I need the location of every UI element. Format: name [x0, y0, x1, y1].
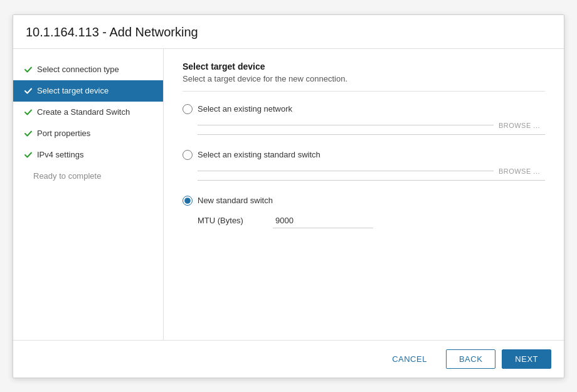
sidebar-item-step6: Ready to complete: [13, 166, 163, 187]
browse-network-container: BROWSE ...: [198, 119, 545, 135]
option-existing-switch-label: Select an existing standard switch: [198, 150, 320, 159]
sidebar-step6-label: Ready to complete: [33, 171, 101, 182]
option-new-switch[interactable]: New standard switch: [183, 196, 545, 206]
option-existing-network-label: Select an existing network: [198, 104, 292, 114]
checkmark-icon-4: [23, 129, 33, 139]
next-button[interactable]: NEXT: [502, 349, 551, 369]
section-title: Select target device: [183, 61, 545, 72]
add-networking-dialog: 10.1.164.113 - Add Networking Select con…: [13, 14, 564, 378]
checkmark-icon: [23, 65, 33, 75]
sidebar-step1-label: Select connection type: [37, 64, 119, 75]
sidebar-step2-label: Select target device: [37, 85, 109, 97]
option-existing-network[interactable]: Select an existing network: [183, 104, 545, 114]
browse-switch-button[interactable]: BROWSE ...: [494, 165, 545, 177]
radio-existing-switch[interactable]: [183, 150, 193, 160]
sidebar-step3-label: Create a Standard Switch: [37, 107, 130, 118]
option-new-switch-label: New standard switch: [198, 196, 273, 205]
option-new-switch-group: New standard switch MTU (Bytes): [183, 196, 545, 228]
option-existing-network-group: Select an existing network BROWSE ...: [183, 104, 545, 135]
browse-network-button[interactable]: BROWSE ...: [494, 119, 545, 132]
option-existing-switch[interactable]: Select an existing standard switch: [183, 150, 545, 160]
mtu-label: MTU (Bytes): [198, 216, 273, 225]
back-button[interactable]: BACK: [446, 349, 495, 369]
radio-existing-network[interactable]: [183, 104, 193, 114]
option-existing-switch-group: Select an existing standard switch BROWS…: [183, 150, 545, 181]
dialog-footer: CANCEL BACK NEXT: [13, 340, 564, 378]
checkmark-icon-active: [23, 86, 33, 96]
sidebar: Select connection type Select target dev…: [13, 49, 164, 340]
mtu-row: MTU (Bytes): [198, 213, 545, 228]
sidebar-item-step5[interactable]: IPv4 settings: [13, 144, 163, 166]
sidebar-step5-label: IPv4 settings: [37, 149, 83, 161]
main-content: Select target device Select a target dev…: [164, 49, 564, 340]
dialog-title: 10.1.164.113 - Add Networking: [13, 15, 564, 49]
cancel-button[interactable]: CANCEL: [379, 350, 440, 368]
browse-network-line: [198, 125, 494, 125]
sidebar-step4-label: Port properties: [37, 128, 90, 139]
checkmark-icon-3: [23, 107, 33, 117]
section-subtitle: Select a target device for the new conne…: [183, 74, 545, 92]
radio-new-switch[interactable]: [183, 196, 193, 206]
sidebar-item-step3[interactable]: Create a Standard Switch: [13, 102, 163, 123]
browse-switch-container: BROWSE ...: [198, 165, 545, 181]
dialog-body: Select connection type Select target dev…: [13, 49, 564, 340]
checkmark-icon-5: [23, 150, 33, 160]
mtu-input[interactable]: [273, 213, 373, 228]
browse-switch-line: [198, 171, 494, 171]
sidebar-item-step2[interactable]: Select target device: [13, 80, 163, 102]
sidebar-item-step1[interactable]: Select connection type: [13, 59, 163, 80]
sidebar-item-step4[interactable]: Port properties: [13, 123, 163, 144]
